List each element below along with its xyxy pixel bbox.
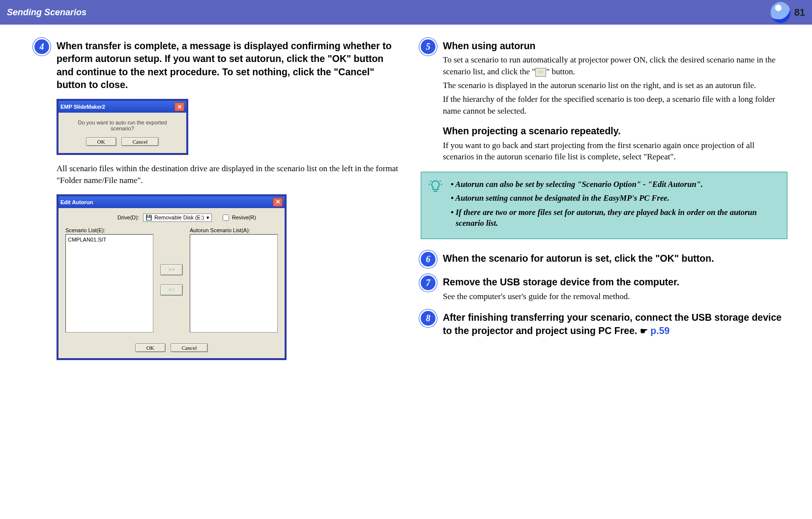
step-8-title: After finishing transferring your scenar…	[443, 311, 787, 337]
step-number-8: 8	[421, 311, 435, 326]
autorun-list-label: Autorun Scenario List(A):	[190, 227, 278, 233]
step-5: 5 When using autorun To set a scenario t…	[421, 39, 787, 163]
step-number-6: 6	[421, 252, 435, 267]
content: 4 When transfer is complete, a message i…	[0, 25, 812, 392]
step-5-p2: The scenario is displayed in the autorun…	[443, 80, 787, 92]
step-8: 8 After finishing transferring your scen…	[421, 311, 787, 337]
page-header: Sending Scenarios TOP 81	[0, 0, 812, 25]
list-item[interactable]: CMPLAN01.SIT	[68, 237, 151, 243]
ok-button[interactable]: OK	[135, 343, 166, 352]
dialog-title: Edit Autorun	[60, 199, 93, 205]
move-left-button[interactable]: <<	[160, 284, 183, 296]
right-column: 5 When using autorun To set a scenario t…	[421, 39, 787, 377]
page-number: 81	[794, 7, 805, 18]
lightbulb-icon	[428, 179, 443, 194]
chevron-down-icon: ▾	[206, 214, 209, 221]
page-link[interactable]: p.59	[650, 325, 669, 336]
step-7-text: See the computer's user's guide for the …	[443, 291, 787, 303]
step-5-subhead: When projecting a scenario repeatedly.	[443, 124, 787, 137]
close-icon[interactable]: ✕	[174, 102, 184, 111]
figure-edit-autorun: Edit Autorun ✕ Drive(D): 💾 Removable Dis…	[57, 194, 287, 360]
step-7: 7 Remove the USB storage device from the…	[421, 275, 787, 302]
move-right-button[interactable]: >>	[160, 264, 183, 275]
step-5-p3: If the hierarchy of the folder for the s…	[443, 93, 787, 117]
autorun-listbox[interactable]	[190, 234, 278, 333]
step-5-p1: To set a scenario to run automatically a…	[443, 54, 787, 78]
cancel-button[interactable]: Cancel	[121, 137, 159, 146]
step-4: 4 When transfer is complete, a message i…	[34, 39, 401, 368]
ok-button[interactable]: OK	[86, 137, 116, 146]
step-4-title: When transfer is complete, a message is …	[57, 39, 401, 91]
disk-icon: 💾	[145, 214, 152, 221]
step-6: 6 When the scenario for autorun is set, …	[421, 252, 787, 267]
figure-autorun-confirm: EMP SlideMaker2 ✕ Do you want to auto ru…	[57, 99, 188, 155]
dialog-message: Do you want to auto run the exported sce…	[66, 120, 178, 131]
step-5-p4: If you want to go back and start project…	[443, 140, 787, 163]
drive-select[interactable]: 💾 Removable Disk (E:) ▾	[143, 214, 212, 222]
tip-item: Autorun setting cannot be designated in …	[456, 193, 778, 204]
scenario-list-label: Scenario List(E):	[65, 227, 153, 233]
step-5-title: When using autorun	[443, 39, 787, 52]
top-icon[interactable]: TOP	[770, 1, 791, 24]
drive-label: Drive(D):	[65, 214, 139, 220]
dialog-title: EMP SlideMaker2	[60, 104, 105, 110]
page-title: Sending Scenarios	[7, 7, 87, 18]
pointer-icon: ☛	[640, 326, 648, 336]
step-4-text: All scenario files within the destinatio…	[57, 163, 401, 186]
step-number-4: 4	[34, 39, 49, 54]
tip-item: If there are two or more files set for a…	[456, 207, 778, 229]
left-column: 4 When transfer is complete, a message i…	[34, 39, 401, 377]
revive-checkbox[interactable]: Revive(R)	[221, 213, 256, 222]
close-icon[interactable]: ✕	[273, 198, 283, 207]
step-7-title: Remove the USB storage device from the c…	[443, 275, 787, 288]
step-number-7: 7	[421, 275, 435, 290]
step-6-title: When the scenario for autorun is set, cl…	[443, 252, 787, 265]
tip-item: Autorun can also be set by selecting "Sc…	[456, 179, 778, 190]
move-right-icon: >>	[535, 68, 546, 77]
cancel-button[interactable]: Cancel	[171, 343, 208, 352]
step-number-5: 5	[421, 39, 435, 54]
tip-box: Autorun can also be set by selecting "Sc…	[421, 172, 787, 239]
scenario-listbox[interactable]: CMPLAN01.SIT	[65, 234, 153, 333]
